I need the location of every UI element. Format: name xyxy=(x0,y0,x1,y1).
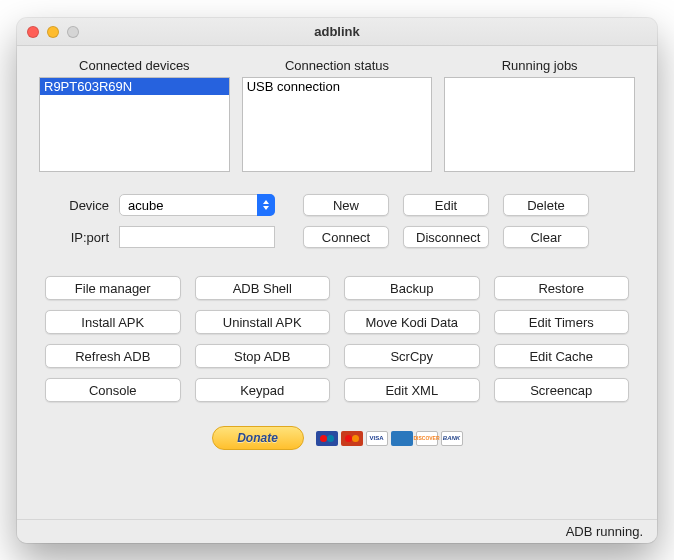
file-manager-button[interactable]: File manager xyxy=(45,276,181,300)
mastercard-icon xyxy=(341,431,363,446)
delete-button[interactable]: Delete xyxy=(503,194,589,216)
connection-status-list[interactable]: USB connection xyxy=(242,77,433,172)
edit-button[interactable]: Edit xyxy=(403,194,489,216)
close-icon[interactable] xyxy=(27,26,39,38)
panels-row: Connected devices R9PT603R69N Connection… xyxy=(39,58,635,172)
backup-button[interactable]: Backup xyxy=(344,276,480,300)
adb-shell-button[interactable]: ADB Shell xyxy=(195,276,331,300)
titlebar: adblink xyxy=(17,18,657,46)
edit-xml-button[interactable]: Edit XML xyxy=(344,378,480,402)
visa-card-icon: VISA xyxy=(366,431,388,446)
connection-status-panel: Connection status USB connection xyxy=(242,58,433,172)
device-form: Device acube New Edit Delete IP:port C xyxy=(49,194,625,258)
restore-button[interactable]: Restore xyxy=(494,276,630,300)
keypad-button[interactable]: Keypad xyxy=(195,378,331,402)
bank-card-icon: BANK xyxy=(441,431,463,446)
device-row: Device acube New Edit Delete xyxy=(49,194,625,216)
discover-card-icon: DISCOVER xyxy=(416,431,438,446)
ipport-input[interactable] xyxy=(119,226,275,248)
donate-button[interactable]: Donate xyxy=(212,426,304,450)
screencap-button[interactable]: Screencap xyxy=(494,378,630,402)
donate-row: Donate VISA DISCOVER BANK xyxy=(39,426,635,450)
connect-button[interactable]: Connect xyxy=(303,226,389,248)
stop-adb-button[interactable]: Stop ADB xyxy=(195,344,331,368)
connected-devices-panel: Connected devices R9PT603R69N xyxy=(39,58,230,172)
connected-devices-list[interactable]: R9PT603R69N xyxy=(39,77,230,172)
scrcpy-button[interactable]: ScrCpy xyxy=(344,344,480,368)
ipport-label: IP:port xyxy=(49,230,109,245)
new-button[interactable]: New xyxy=(303,194,389,216)
content-area: Connected devices R9PT603R69N Connection… xyxy=(17,46,657,519)
edit-cache-button[interactable]: Edit Cache xyxy=(494,344,630,368)
ipport-row-buttons: Connect Disconnect Clear xyxy=(303,226,589,248)
refresh-adb-button[interactable]: Refresh ADB xyxy=(45,344,181,368)
ipport-row: IP:port Connect Disconnect Clear xyxy=(49,226,625,248)
disconnect-button[interactable]: Disconnect xyxy=(403,226,489,248)
device-row-buttons: New Edit Delete xyxy=(303,194,589,216)
zoom-icon[interactable] xyxy=(67,26,79,38)
list-item[interactable]: R9PT603R69N xyxy=(40,78,229,95)
running-jobs-label: Running jobs xyxy=(444,58,635,73)
maestro-card-icon xyxy=(316,431,338,446)
tool-grid: File manager ADB Shell Backup Restore In… xyxy=(45,276,629,402)
device-label: Device xyxy=(49,198,109,213)
connected-devices-label: Connected devices xyxy=(39,58,230,73)
minimize-icon[interactable] xyxy=(47,26,59,38)
app-window: adblink Connected devices R9PT603R69N Co… xyxy=(17,18,657,543)
device-select-wrap: acube xyxy=(119,194,275,216)
install-apk-button[interactable]: Install APK xyxy=(45,310,181,334)
uninstall-apk-button[interactable]: Uninstall APK xyxy=(195,310,331,334)
payment-cards: VISA DISCOVER BANK xyxy=(316,431,463,446)
clear-button[interactable]: Clear xyxy=(503,226,589,248)
running-jobs-list[interactable] xyxy=(444,77,635,172)
status-text: ADB running. xyxy=(566,524,643,539)
statusbar: ADB running. xyxy=(17,519,657,543)
list-item: USB connection xyxy=(243,78,432,95)
edit-timers-button[interactable]: Edit Timers xyxy=(494,310,630,334)
window-title: adblink xyxy=(17,24,657,39)
device-select[interactable]: acube xyxy=(119,194,275,216)
running-jobs-panel: Running jobs xyxy=(444,58,635,172)
move-kodi-button[interactable]: Move Kodi Data xyxy=(344,310,480,334)
console-button[interactable]: Console xyxy=(45,378,181,402)
window-controls xyxy=(27,26,79,38)
amex-card-icon xyxy=(391,431,413,446)
connection-status-label: Connection status xyxy=(242,58,433,73)
